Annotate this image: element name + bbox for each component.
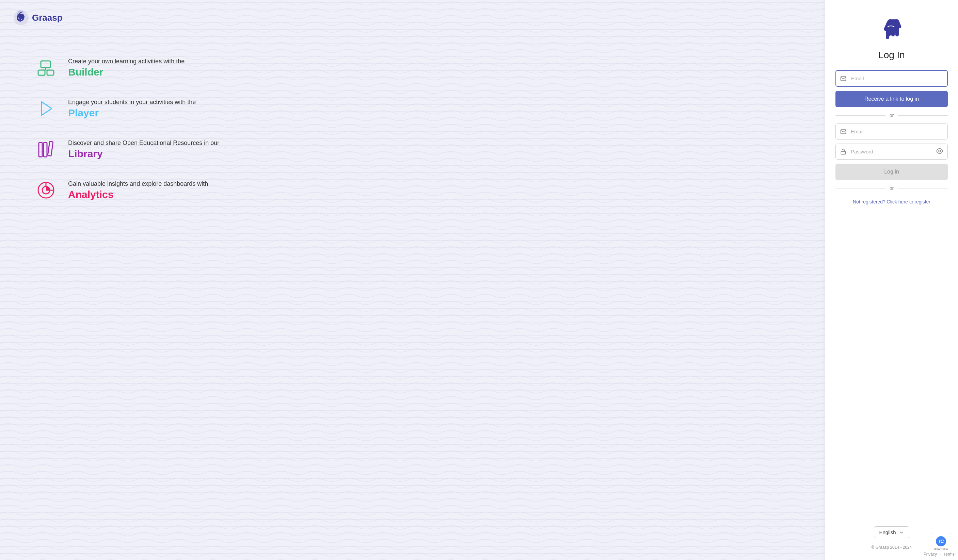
password-login-email-wrapper (836, 123, 948, 139)
library-desc: Discover and share Open Educational Reso… (68, 139, 219, 147)
email-icon-2 (840, 129, 846, 135)
password-login-email-input[interactable] (836, 123, 948, 139)
feature-analytics: Gain valuable insights and explore dashb… (34, 178, 812, 202)
player-name: Player (68, 107, 196, 119)
svg-rect-4 (47, 70, 54, 75)
svg-text:rC: rC (939, 539, 944, 544)
analytics-name: Analytics (68, 189, 208, 200)
show-password-icon[interactable] (936, 148, 943, 156)
svg-rect-16 (841, 151, 845, 154)
analytics-desc: Gain valuable insights and explore dashb… (68, 180, 208, 187)
copyright-text: © Graasp 2014 - 2024 (872, 545, 912, 550)
svg-point-17 (939, 150, 941, 152)
language-selector[interactable]: English (874, 526, 909, 538)
recaptcha-icon: rC (936, 536, 947, 547)
player-desc: Engage your students in your activities … (68, 99, 196, 106)
magic-link-email-wrapper (836, 70, 948, 87)
magic-link-email-input[interactable] (836, 70, 948, 87)
right-panel: Log In Receive a link to log in or (825, 0, 958, 560)
or-divider-2: or (836, 185, 948, 191)
analytics-icon (34, 178, 58, 202)
analytics-text: Gain valuable insights and explore dashb… (68, 180, 208, 200)
svg-rect-9 (44, 142, 47, 157)
login-form: Receive a link to log in or (836, 70, 948, 204)
svg-rect-10 (48, 142, 53, 156)
or-text-2: or (890, 185, 894, 191)
features-list: Create your own learning activities with… (14, 56, 812, 202)
feature-player: Engage your students in your activities … (34, 96, 812, 120)
svg-rect-2 (41, 61, 51, 68)
chevron-down-icon (899, 530, 904, 535)
library-name: Library (68, 148, 219, 160)
logo[interactable]: G Graasp (14, 10, 812, 25)
svg-marker-7 (41, 102, 52, 115)
login-title: Log In (878, 50, 905, 60)
builder-name: Builder (68, 66, 184, 78)
password-wrapper (836, 144, 948, 160)
email-icon-1 (840, 76, 846, 82)
builder-icon (34, 56, 58, 80)
login-logo-icon (878, 17, 905, 44)
register-link[interactable]: Not registered? Click here to register (836, 199, 948, 204)
builder-text: Create your own learning activities with… (68, 58, 184, 78)
player-text: Engage your students in your activities … (68, 99, 196, 119)
svg-rect-8 (39, 142, 42, 157)
library-text: Discover and share Open Educational Reso… (68, 139, 219, 160)
feature-library: Discover and share Open Educational Reso… (34, 138, 812, 161)
password-input[interactable] (836, 144, 948, 160)
player-icon (34, 96, 58, 120)
receive-link-button[interactable]: Receive a link to log in (836, 91, 948, 107)
or-text-1: or (890, 112, 894, 118)
login-button[interactable]: Log in (836, 164, 948, 180)
lock-icon (840, 149, 846, 155)
graasp-logo-icon: G (14, 10, 29, 25)
svg-rect-3 (38, 70, 45, 75)
left-panel: G Graasp Create your own learning activi… (0, 0, 825, 560)
language-label: English (879, 529, 896, 535)
builder-desc: Create your own learning activities with… (68, 58, 184, 65)
recaptcha-badge: rC reCAPTCHA (931, 533, 951, 553)
library-icon (34, 138, 58, 161)
or-divider-1: or (836, 112, 948, 118)
feature-builder: Create your own learning activities with… (34, 56, 812, 80)
brand-name: Graasp (32, 13, 63, 23)
